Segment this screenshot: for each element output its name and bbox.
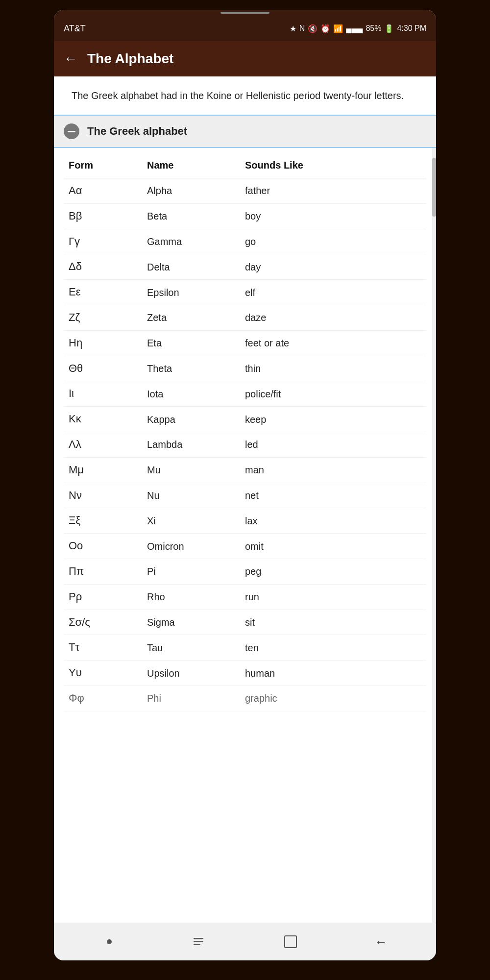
nav-bar: ← <box>54 923 436 960</box>
collapse-icon[interactable] <box>64 123 79 139</box>
cell-name: Beta <box>147 209 245 223</box>
cell-sounds-like: graphic <box>245 691 421 705</box>
table-row: ΔδDeltaday <box>64 254 426 280</box>
table-row: ΙιIotapolice/fit <box>64 381 426 407</box>
section-title: The Greek alphabet <box>87 125 187 138</box>
cell-sounds-like: sit <box>245 615 421 629</box>
cell-name: Phi <box>147 691 245 705</box>
home-dot-icon <box>107 939 112 944</box>
nfc-icon: N <box>299 24 305 33</box>
cell-form: Νν <box>69 488 147 503</box>
bluetooth-icon: ★ <box>290 24 296 33</box>
table-row: ΞξXilax <box>64 508 426 534</box>
screen: AT&T ★ N 🔇 ⏰ 📶 ▄▄▄ 85% 🔋 4:30 PM ← The A… <box>54 10 436 960</box>
table-row: ΥυUpsilonhuman <box>64 661 426 686</box>
back-nav-icon: ← <box>375 934 388 950</box>
cell-sounds-like: go <box>245 235 421 248</box>
wifi-icon: 📶 <box>333 24 343 33</box>
scrollbar-thumb[interactable] <box>432 158 436 217</box>
column-header-sounds: Sounds Like <box>245 160 421 171</box>
cell-sounds-like: peg <box>245 564 421 578</box>
cell-form: Ρρ <box>69 589 147 605</box>
cell-name: Tau <box>147 641 245 655</box>
cell-form: Δδ <box>69 259 147 274</box>
cell-name: Omicron <box>147 539 245 553</box>
table-row: ΚκKappakeep <box>64 407 426 432</box>
cell-name: Mu <box>147 463 245 477</box>
time-label: 4:30 PM <box>397 24 426 33</box>
cell-form: Ζζ <box>69 310 147 325</box>
cell-form: Λλ <box>69 437 147 452</box>
cell-form: Υυ <box>69 665 147 681</box>
cell-name: Delta <box>147 260 245 274</box>
table-row: ΓγGammago <box>64 229 426 255</box>
table-row: ΑαAlphafather <box>64 178 426 204</box>
cell-form: Ιι <box>69 386 147 401</box>
cell-form: Φφ <box>69 691 147 706</box>
cell-form: Ππ <box>69 564 147 579</box>
table-row: ΜμMuman <box>64 458 426 483</box>
cell-form: Γγ <box>69 234 147 249</box>
table-row: ΤτTauten <box>64 635 426 661</box>
cell-name: Kappa <box>147 413 245 426</box>
cell-sounds-like: omit <box>245 539 421 553</box>
cell-sounds-like: feet or ate <box>245 336 421 350</box>
cell-form: Οο <box>69 539 147 554</box>
description-text: The Greek alphabet had in the Koine or H… <box>72 90 404 101</box>
column-header-name: Name <box>147 160 245 171</box>
table-header: Form Name Sounds Like <box>64 153 426 178</box>
cell-name: Nu <box>147 489 245 502</box>
cell-form: Ξξ <box>69 513 147 528</box>
back-button[interactable]: ← <box>64 51 77 67</box>
status-icons: ★ N 🔇 ⏰ 📶 ▄▄▄ 85% 🔋 4:30 PM <box>290 24 426 33</box>
phone-frame: AT&T ★ N 🔇 ⏰ 📶 ▄▄▄ 85% 🔋 4:30 PM ← The A… <box>0 0 490 980</box>
battery-label: 85% <box>366 24 381 33</box>
table-row: ΡρRhorun <box>64 585 426 610</box>
cell-sounds-like: led <box>245 438 421 451</box>
svg-rect-1 <box>194 941 203 942</box>
cell-name: Zeta <box>147 311 245 324</box>
status-bar: AT&T ★ N 🔇 ⏰ 📶 ▄▄▄ 85% 🔋 4:30 PM <box>54 16 436 41</box>
table-row: Σσ/ςSigmasit <box>64 610 426 636</box>
signal-icon: ▄▄▄ <box>346 24 363 33</box>
table-row: ΒβBetaboy <box>64 204 426 229</box>
content-area: The Greek alphabet had in the Koine or H… <box>54 76 436 923</box>
carrier-label: AT&T <box>64 24 86 34</box>
alarm-icon: ⏰ <box>320 24 330 33</box>
cell-form: Εε <box>69 285 147 300</box>
overview-button[interactable] <box>278 932 303 952</box>
cell-form: Αα <box>69 183 147 198</box>
cell-name: Epsilon <box>147 286 245 299</box>
table-row: ΛλLambdaled <box>64 432 426 458</box>
cell-sounds-like: boy <box>245 209 421 223</box>
table-row: ΟοOmicronomit <box>64 534 426 559</box>
back-nav-button[interactable]: ← <box>369 932 393 952</box>
cell-name: Gamma <box>147 235 245 248</box>
cell-name: Xi <box>147 514 245 528</box>
column-header-form: Form <box>69 160 147 171</box>
section-header[interactable]: The Greek alphabet <box>54 116 436 148</box>
cell-name: Eta <box>147 336 245 350</box>
cell-name: Upsilon <box>147 666 245 680</box>
recents-button[interactable] <box>188 932 212 952</box>
cell-sounds-like: daze <box>245 311 421 324</box>
cell-form: Μμ <box>69 463 147 478</box>
cell-form: Ττ <box>69 640 147 655</box>
cell-sounds-like: net <box>245 489 421 502</box>
recents-icon <box>193 935 207 949</box>
table-row: ΖζZetadaze <box>64 305 426 331</box>
table-body: ΑαAlphafatherΒβBetaboyΓγGammagoΔδDeltada… <box>64 178 426 711</box>
minus-line <box>68 131 75 132</box>
table-row: ΦφPhigraphic <box>64 686 426 711</box>
cell-sounds-like: human <box>245 666 421 680</box>
cell-sounds-like: police/fit <box>245 387 421 401</box>
app-header: ← The Alphabet <box>54 41 436 76</box>
cell-sounds-like: elf <box>245 286 421 299</box>
cell-sounds-like: day <box>245 260 421 274</box>
scrollbar-track[interactable] <box>432 148 436 923</box>
cell-name: Pi <box>147 564 245 578</box>
svg-rect-0 <box>194 938 203 939</box>
table-row: ΘθThetathin <box>64 356 426 382</box>
cell-name: Lambda <box>147 438 245 451</box>
home-button[interactable] <box>97 932 122 952</box>
